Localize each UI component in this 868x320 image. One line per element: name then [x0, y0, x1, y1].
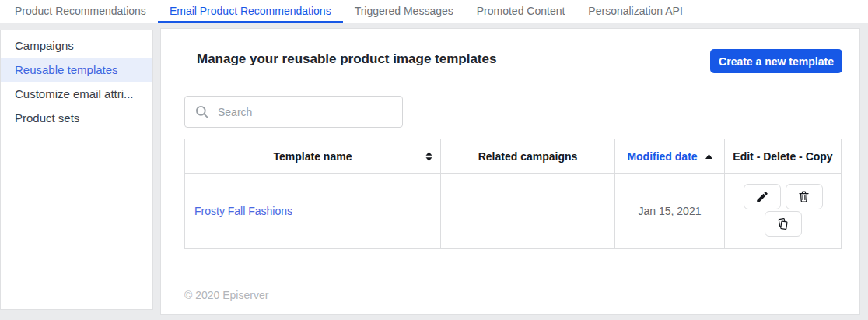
tab-triggered-messages[interactable]: Triggered Messages	[343, 0, 465, 23]
action-row-top	[744, 184, 823, 209]
tab-promoted-content[interactable]: Promoted Content	[465, 0, 577, 23]
sort-both-icon[interactable]	[425, 152, 432, 161]
search-icon	[194, 104, 210, 120]
related-campaigns-cell	[441, 174, 615, 248]
column-header-related-campaigns[interactable]: Related campaigns	[441, 139, 615, 173]
tab-personalization-api[interactable]: Personalization API	[576, 0, 694, 23]
column-header-label: Modified date	[627, 150, 697, 163]
copy-icon	[775, 216, 790, 231]
table-row: Frosty Fall Fashions Jan 15, 2021	[185, 174, 841, 248]
actions-cell	[725, 174, 841, 248]
copyright: © 2020 Episerver	[184, 289, 268, 301]
search-input[interactable]	[218, 106, 393, 118]
page-title: Manage your reusable product image templ…	[197, 51, 496, 67]
delete-button[interactable]	[786, 184, 823, 209]
sidebar-item-customize-email-attributes[interactable]: Customize email attri...	[1, 82, 152, 106]
table-header-row: Template name Related campaigns Modified…	[185, 139, 841, 174]
action-row-bottom	[765, 211, 802, 237]
templates-table: Template name Related campaigns Modified…	[184, 139, 842, 249]
sidebar: Campaigns Reusable templates Customize e…	[0, 30, 153, 310]
trash-icon	[796, 189, 811, 204]
column-header-label: Related campaigns	[478, 150, 578, 163]
sidebar-item-product-sets[interactable]: Product sets	[1, 106, 152, 130]
pencil-icon	[755, 190, 769, 204]
column-header-label: Template name	[274, 150, 352, 163]
top-tab-bar: Product Recommendations Email Product Re…	[0, 0, 868, 23]
column-header-label: Edit - Delete - Copy	[733, 150, 832, 163]
column-header-template-name[interactable]: Template name	[185, 139, 441, 173]
column-header-actions: Edit - Delete - Copy	[725, 139, 841, 173]
main-panel: Manage your reusable product image templ…	[160, 28, 860, 315]
edit-button[interactable]	[744, 184, 781, 209]
modified-date-cell: Jan 15, 2021	[615, 174, 725, 248]
sort-ascending-icon	[705, 154, 712, 159]
copy-button[interactable]	[765, 211, 802, 237]
modified-date-value: Jan 15, 2021	[639, 205, 702, 217]
template-link[interactable]: Frosty Fall Fashions	[194, 205, 292, 217]
tab-email-product-recommendations[interactable]: Email Product Recommendations	[158, 0, 343, 23]
sidebar-item-campaigns[interactable]: Campaigns	[1, 33, 152, 58]
tab-product-recommendations[interactable]: Product Recommendations	[3, 0, 158, 23]
search-box[interactable]	[184, 96, 403, 128]
create-template-button[interactable]: Create a new template	[710, 49, 842, 73]
template-name-cell: Frosty Fall Fashions	[185, 174, 441, 248]
column-header-modified-date[interactable]: Modified date	[615, 139, 725, 173]
sidebar-item-reusable-templates[interactable]: Reusable templates	[1, 58, 152, 82]
